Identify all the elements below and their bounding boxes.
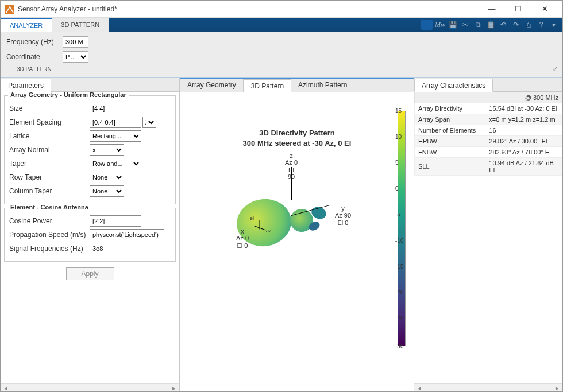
coltaper-select[interactable]: None bbox=[90, 185, 124, 197]
left-scrollbar[interactable]: ◄► bbox=[1, 383, 179, 392]
plot-panel: Array Geometry 3D Pattern Azimuth Patter… bbox=[180, 78, 414, 392]
tab-3d-pattern-plot[interactable]: 3D Pattern bbox=[244, 79, 291, 92]
apply-button[interactable]: Apply bbox=[66, 267, 114, 280]
plot-area[interactable]: 3D Directivity Pattern 300 MHz steered a… bbox=[180, 92, 414, 392]
help-icon[interactable]: ? bbox=[536, 20, 546, 30]
plot-3d-axes[interactable]: el az z Az 0 El 90 y Az 90 El 0 x Az 0 E… bbox=[222, 160, 372, 286]
lattice-label: Lattice bbox=[9, 132, 90, 140]
coord-select[interactable]: P... bbox=[63, 51, 88, 63]
tab-azimuth-pattern[interactable]: Azimuth Pattern bbox=[291, 79, 354, 92]
spacing-label: Element Spacing bbox=[9, 118, 90, 126]
table-row: Number of Elements16 bbox=[415, 125, 562, 136]
plot-title-line1: 3D Directivity Pattern bbox=[187, 128, 407, 138]
toolstrip: Frequency (Hz) Coordinate P... 3D PATTER… bbox=[1, 32, 562, 77]
table-row: Array Directivity15.54 dBi at -30 Az; 0 … bbox=[415, 103, 562, 114]
freq-label: Frequency (Hz) bbox=[6, 38, 58, 46]
paste-icon[interactable]: 📋 bbox=[485, 20, 496, 30]
group-element: Element - Cosine Antenna Cosine Power Pr… bbox=[4, 208, 176, 262]
cut-icon[interactable]: ✂ bbox=[460, 20, 471, 30]
maximize-button[interactable]: ☐ bbox=[505, 1, 531, 18]
ribbon-quick-access: Mw 💾 ✂ ⧉ 📋 ↶ ↷ ⎙ ? ▾ bbox=[421, 18, 562, 32]
parameters-panel: Parameters Array Geometry - Uniform Rect… bbox=[1, 78, 180, 392]
freq-input[interactable] bbox=[63, 36, 88, 48]
el-label: el bbox=[250, 215, 254, 221]
mw-icon[interactable]: Mw bbox=[435, 20, 445, 30]
size-input[interactable] bbox=[90, 103, 141, 114]
expand-toolstrip-icon[interactable]: ⤢ bbox=[553, 65, 558, 72]
rowtaper-label: Row Taper bbox=[9, 173, 90, 181]
print-icon[interactable]: ⎙ bbox=[523, 20, 534, 30]
cosine-label: Cosine Power bbox=[9, 217, 90, 225]
tab-array-geometry[interactable]: Array Geometry bbox=[180, 79, 244, 92]
tab-parameters[interactable]: Parameters bbox=[1, 79, 51, 92]
undo-icon[interactable]: ↶ bbox=[498, 20, 508, 30]
section-label: 3D PATTERN bbox=[17, 66, 557, 72]
speed-label: Propagation Speed (m/s) bbox=[9, 231, 90, 239]
taper-label: Taper bbox=[9, 160, 90, 168]
coltaper-label: Column Taper bbox=[9, 187, 90, 195]
speed-input[interactable] bbox=[90, 229, 164, 240]
copy-icon[interactable]: ⧉ bbox=[473, 20, 483, 30]
characteristics-panel: Array Characteristics @ 300 MHz Array Di… bbox=[414, 78, 562, 392]
taper-select[interactable]: Row and... bbox=[90, 158, 141, 169]
normal-label: Array Normal bbox=[9, 146, 90, 154]
table-row: HPBW29.82° Az / 30.00° El bbox=[415, 136, 562, 147]
redo-icon[interactable]: ↷ bbox=[511, 20, 521, 30]
colorbar bbox=[398, 111, 406, 346]
rowtaper-select[interactable]: None bbox=[90, 172, 124, 183]
app-logo-icon bbox=[5, 5, 14, 14]
coord-label: Coordinate bbox=[6, 53, 58, 61]
save-icon[interactable]: 💾 bbox=[448, 20, 458, 30]
tab-analyzer[interactable]: ANALYZER bbox=[1, 18, 52, 32]
right-scrollbar[interactable]: ◄► bbox=[414, 383, 562, 392]
minimize-button[interactable]: — bbox=[479, 1, 505, 18]
table-row: Array Spanx=0 m y=1.2 m z=1.2 m bbox=[415, 114, 562, 125]
y-axis-label: y Az 90 El 0 bbox=[331, 205, 354, 226]
group-legend: Element - Cosine Antenna bbox=[8, 204, 91, 211]
tab-3d-pattern[interactable]: 3D PATTERN bbox=[52, 18, 109, 32]
char-header: @ 300 MHz bbox=[485, 92, 562, 103]
ribbon-bar: ANALYZER 3D PATTERN Mw 💾 ✂ ⧉ 📋 ↶ ↷ ⎙ ? ▾ bbox=[1, 18, 562, 32]
plot-title-line2: 300 MHz steered at -30 Az, 0 El bbox=[187, 138, 407, 149]
x-axis-label: x Az 0 El 0 bbox=[234, 228, 251, 249]
az-label: az bbox=[266, 228, 272, 234]
lattice-select[interactable]: Rectang... bbox=[90, 130, 141, 142]
table-row: SLL10.94 dB Az / 21.64 dB El bbox=[415, 158, 562, 176]
normal-select[interactable]: x bbox=[90, 144, 124, 156]
size-label: Size bbox=[9, 104, 90, 112]
overflow-icon[interactable]: ▾ bbox=[549, 20, 559, 30]
tab-array-characteristics[interactable]: Array Characteristics bbox=[414, 79, 493, 92]
group-legend: Array Geometry - Uniform Rectangular bbox=[8, 92, 129, 98]
table-row: FNBW282.93° Az / 78.00° El bbox=[415, 147, 562, 158]
spacing-unit-select[interactable]: λ bbox=[142, 117, 156, 128]
app-icon[interactable] bbox=[421, 20, 433, 30]
characteristics-table: @ 300 MHz Array Directivity15.54 dBi at … bbox=[414, 92, 562, 176]
titlebar: Sensor Array Analyzer - untitled* — ☐ ✕ bbox=[1, 1, 562, 18]
sigfreq-label: Signal Frequencies (Hz) bbox=[9, 244, 90, 253]
cosine-input[interactable] bbox=[90, 215, 141, 227]
close-button[interactable]: ✕ bbox=[531, 1, 558, 18]
z-axis-label: z Az 0 El 90 bbox=[284, 152, 298, 180]
sigfreq-input[interactable] bbox=[90, 243, 141, 254]
group-array-geometry: Array Geometry - Uniform Rectangular Siz… bbox=[4, 95, 176, 204]
window-title: Sensor Array Analyzer - untitled* bbox=[18, 5, 479, 13]
spacing-input[interactable] bbox=[90, 117, 141, 128]
